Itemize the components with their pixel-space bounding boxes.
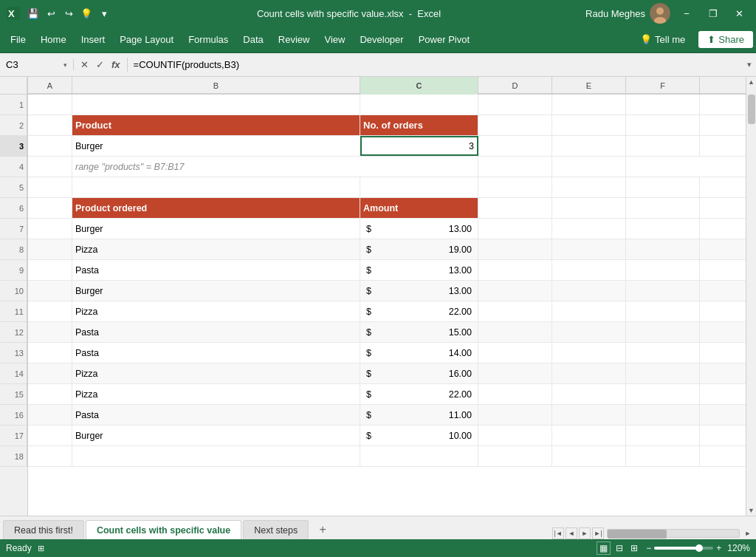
cell-ref-dropdown-icon[interactable]: ▾ — [63, 61, 67, 69]
cell-e12[interactable] — [552, 322, 626, 342]
cell-c10[interactable]: $ 13.00 — [360, 281, 478, 301]
menu-formulas[interactable]: Formulas — [181, 31, 236, 48]
cell-b17[interactable]: Burger — [72, 426, 360, 445]
cell-e2[interactable] — [552, 115, 626, 135]
cell-reference-box[interactable]: C3 ▾ — [0, 59, 74, 70]
cell-d4[interactable] — [478, 157, 552, 177]
menu-developer[interactable]: Developer — [352, 31, 410, 48]
cell-f12[interactable] — [626, 322, 700, 342]
cell-d15[interactable] — [478, 384, 552, 404]
cell-a13[interactable] — [28, 343, 72, 363]
cell-a1[interactable] — [28, 95, 72, 115]
cell-b5[interactable] — [72, 177, 360, 197]
cell-f18[interactable] — [626, 446, 700, 466]
fx-icon[interactable]: fx — [109, 58, 123, 72]
cell-e9[interactable] — [552, 260, 626, 280]
cell-e11[interactable] — [552, 301, 626, 321]
cell-a4[interactable] — [28, 157, 72, 177]
confirm-formula-icon[interactable]: ✓ — [94, 58, 106, 72]
minimize-button[interactable]: − — [676, 3, 697, 24]
cell-c13[interactable]: $ 14.00 — [360, 343, 478, 363]
restore-button[interactable]: ❐ — [703, 3, 724, 24]
cell-d18[interactable] — [478, 446, 552, 466]
close-button[interactable]: ✕ — [729, 3, 750, 24]
cell-c2[interactable]: No. of orders — [360, 115, 478, 135]
cell-d8[interactable] — [478, 239, 552, 259]
cell-e4[interactable] — [552, 157, 626, 177]
cell-c18[interactable] — [360, 446, 478, 466]
cell-b9[interactable]: Pasta — [72, 260, 360, 280]
menu-insert[interactable]: Insert — [74, 31, 113, 48]
cell-a7[interactable] — [28, 219, 72, 239]
cell-b11[interactable]: Pizza — [72, 301, 360, 321]
redo-icon[interactable]: ↪ — [61, 5, 77, 21]
add-sheet-button[interactable]: + — [313, 520, 332, 539]
h-scroll-right-arrow[interactable]: ► — [743, 530, 753, 537]
cell-e5[interactable] — [552, 177, 626, 197]
h-scroll-thumb[interactable] — [608, 530, 667, 539]
cell-f8[interactable] — [626, 239, 700, 259]
cell-f3[interactable] — [626, 136, 700, 156]
cell-e7[interactable] — [552, 219, 626, 239]
cell-a6[interactable] — [28, 198, 72, 218]
cell-f15[interactable] — [626, 384, 700, 404]
cell-f17[interactable] — [626, 426, 700, 445]
cell-b8[interactable]: Pizza — [72, 239, 360, 259]
save-icon[interactable]: 💾 — [25, 5, 41, 21]
scroll-thumb[interactable] — [748, 95, 755, 124]
menu-home[interactable]: Home — [33, 31, 74, 48]
menu-pagelayout[interactable]: Page Layout — [112, 31, 181, 48]
cell-f10[interactable] — [626, 281, 700, 301]
cell-f16[interactable] — [626, 405, 700, 425]
cell-d1[interactable] — [478, 95, 552, 115]
cell-f2[interactable] — [626, 115, 700, 135]
cell-d12[interactable] — [478, 322, 552, 342]
cell-f1[interactable] — [626, 95, 700, 115]
cell-a10[interactable] — [28, 281, 72, 301]
cell-e1[interactable] — [552, 95, 626, 115]
cell-a16[interactable] — [28, 405, 72, 425]
cell-d6[interactable] — [478, 198, 552, 218]
cell-c17[interactable]: $ 10.00 — [360, 426, 478, 445]
normal-view-icon[interactable]: ▦ — [597, 541, 611, 555]
cell-b7[interactable]: Burger — [72, 219, 360, 239]
cell-b4[interactable]: range "products" = B7:B17 — [72, 157, 478, 177]
tab-next-steps[interactable]: Next steps — [243, 520, 309, 539]
cell-b3[interactable]: Burger — [72, 136, 360, 156]
cell-e6[interactable] — [552, 198, 626, 218]
cell-c3[interactable]: 3 — [360, 136, 478, 156]
tab-nav-first[interactable]: |◄ — [552, 527, 564, 539]
cell-b16[interactable]: Pasta — [72, 405, 360, 425]
cell-d5[interactable] — [478, 177, 552, 197]
cell-c1[interactable] — [360, 95, 478, 115]
cell-f7[interactable] — [626, 219, 700, 239]
vertical-scrollbar[interactable]: ▲ ▼ — [746, 77, 756, 516]
cell-e18[interactable] — [552, 446, 626, 466]
cell-b10[interactable]: Burger — [72, 281, 360, 301]
cell-c7[interactable]: $ 13.00 — [360, 219, 478, 239]
formula-expand-icon[interactable]: ▾ — [743, 60, 756, 69]
tab-nav-next[interactable]: ► — [579, 527, 591, 539]
zoom-dot[interactable] — [695, 544, 703, 552]
cell-a3[interactable] — [28, 136, 72, 156]
cell-a9[interactable] — [28, 260, 72, 280]
cell-a15[interactable] — [28, 384, 72, 404]
cell-f14[interactable] — [626, 363, 700, 383]
cell-d10[interactable] — [478, 281, 552, 301]
cell-d11[interactable] — [478, 301, 552, 321]
cell-d2[interactable] — [478, 115, 552, 135]
cell-c14[interactable]: $ 16.00 — [360, 363, 478, 383]
tab-read-first[interactable]: Read this first! — [3, 520, 84, 539]
cell-b6[interactable]: Product ordered — [72, 198, 360, 218]
tab-count-cells[interactable]: Count cells with specific value — [86, 520, 241, 539]
cell-a18[interactable] — [28, 446, 72, 466]
menu-data[interactable]: Data — [236, 31, 270, 48]
cell-b1[interactable] — [72, 95, 360, 115]
cancel-formula-icon[interactable]: ✕ — [78, 58, 91, 72]
cell-d17[interactable] — [478, 426, 552, 445]
zoom-bar[interactable] — [654, 547, 713, 550]
menu-view[interactable]: View — [317, 31, 352, 48]
cell-e13[interactable] — [552, 343, 626, 363]
lightbulb-icon[interactable]: 💡 — [78, 5, 94, 21]
horizontal-scrollbar[interactable] — [607, 529, 740, 538]
